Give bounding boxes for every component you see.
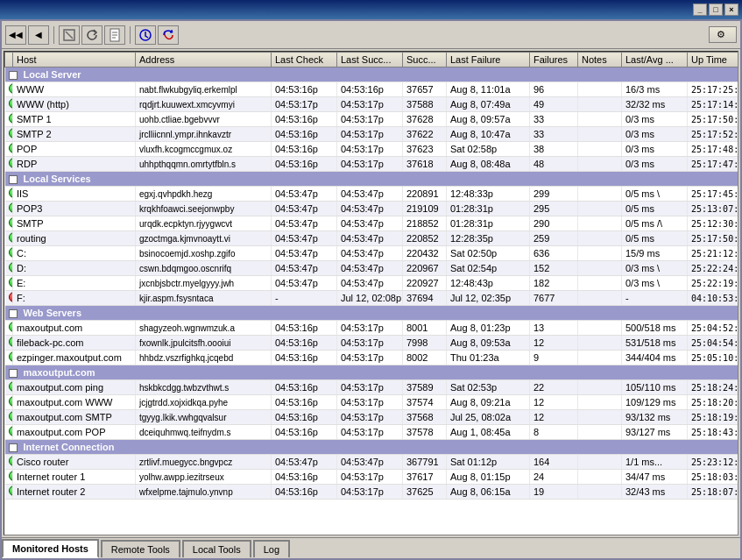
back-button[interactable]: ◀ [28, 25, 49, 45]
col-header-uptime[interactable]: Up Time [688, 53, 738, 67]
col-header-lastavg[interactable]: Last/Avg ... [622, 53, 688, 67]
lastsucc-cell: 04:53:17p [337, 142, 403, 157]
address-cell: jrclliicnnl.ympr.ihnkavztr [136, 127, 272, 142]
table-row[interactable]: maxoutput.com ping hskbkcdgg.twbzvthwt.s… [5, 380, 738, 395]
col-header-notes[interactable]: Notes [578, 53, 622, 67]
lastavg-cell: 15/9 ms [622, 246, 688, 261]
refresh2-button[interactable] [135, 25, 156, 45]
succ-cell: 37568 [403, 410, 447, 425]
notes-cell [578, 246, 622, 261]
lastcheck-cell: - [272, 291, 337, 306]
col-header-address[interactable]: Address [136, 53, 272, 67]
expand-icon[interactable]: - [9, 71, 18, 80]
address-cell: kjir.aspm.fsysntaca [136, 291, 272, 306]
address-cell: vluxfh.kcogmccgmux.oz [136, 142, 272, 157]
table-row[interactable]: RDP uhhpthqqmn.omrtytfbln.s 04:53:16p 04… [5, 157, 738, 172]
table-row[interactable]: SMTP 1 uohb.ctliae.bgebvvvr 04:53:16p 04… [5, 112, 738, 127]
table-row[interactable]: Cisco router zrtlivf.muegycc.bngvpcz 04:… [5, 455, 738, 470]
col-header-host[interactable]: Host [13, 53, 136, 67]
status-cell [5, 276, 13, 291]
lastfail-cell: 01:28:31p [447, 216, 530, 231]
succ-cell: 220432 [403, 246, 447, 261]
lastfail-cell: Jul 12, 02:35p [447, 291, 530, 306]
status-cell [5, 142, 13, 157]
table-row[interactable]: C: bsinocoemjd.xoshp.zgifo 04:53:47p 04:… [5, 246, 738, 261]
minimize-button[interactable]: _ [693, 4, 707, 16]
lastcheck-cell: 04:53:47p [272, 246, 337, 261]
group-row[interactable]: - Internet Connection [5, 440, 738, 455]
tab-monitored-hosts[interactable]: Monitored Hosts [2, 539, 99, 558]
lastcheck-cell: 04:53:16p [272, 321, 337, 336]
configuration-button[interactable]: ⚙ [709, 26, 737, 43]
lastfail-cell: 12:48:33p [447, 187, 530, 202]
table-row[interactable]: routing gzoctmga.kjmvnoaytt.vi 04:53:47p… [5, 231, 738, 246]
uptime-cell: 25:18:03:04 [688, 470, 738, 485]
col-header-lastfail[interactable]: Last Failure [447, 53, 530, 67]
uptime-cell: 25:17:45:20 [688, 187, 738, 202]
table-row[interactable]: maxoutput.com shagyzeoh.wgnwmzuk.a 04:53… [5, 321, 738, 336]
reload-button[interactable] [158, 25, 179, 45]
table-row[interactable]: maxoutput.com SMTP tgyyg.lkik.vwhgqvalsu… [5, 410, 738, 425]
table-row[interactable]: POP vluxfh.kcogmccgmux.oz 04:53:16p 04:5… [5, 142, 738, 157]
notes-cell [578, 82, 622, 97]
status-indicator-green [9, 158, 13, 168]
notes-cell [578, 470, 622, 485]
host-cell: ezpinger.maxoutput.com [13, 351, 136, 365]
group-header: - Local Services [5, 172, 738, 187]
lastfail-cell: Aug 8, 07:49a [447, 97, 530, 112]
group-row[interactable]: - Local Server [5, 67, 738, 82]
table-row[interactable]: POP3 krqkhfoawci.seejonwpby 04:53:47p 04… [5, 202, 738, 216]
table-row[interactable]: maxoutput.com POP dceiquhmwq.teifnydm.s … [5, 425, 738, 440]
close-button[interactable]: × [724, 4, 738, 16]
table-row[interactable]: WWW (http) rqdjrt.kuuwext.xmcyvmyi 04:53… [5, 97, 738, 112]
tab-log[interactable]: Log [253, 540, 290, 557]
notes-cell [578, 276, 622, 291]
disable-button[interactable] [59, 25, 80, 45]
col-header-failures[interactable]: Failures [530, 53, 578, 67]
table-row[interactable]: Internet router 2 wfxelpme.tajmulo.ynvnp… [5, 485, 738, 500]
back-back-button[interactable]: ◀◀ [5, 25, 26, 45]
expand-icon[interactable]: - [9, 369, 18, 378]
table-row[interactable]: SMTP urqdk.ecpktyn.rjyygwcvt 04:53:47p 0… [5, 216, 738, 231]
tab-remote-tools[interactable]: Remote Tools [101, 540, 180, 557]
lastcheck-cell: 04:53:16p [272, 82, 337, 97]
host-cell: maxoutput.com POP [13, 425, 136, 440]
table-row[interactable]: ezpinger.maxoutput.com hhbdz.vszrfighkq.… [5, 351, 738, 365]
lastcheck-cell: 04:53:16p [272, 470, 337, 485]
lastcheck-cell: 04:53:16p [272, 395, 337, 410]
tab-local-tools[interactable]: Local Tools [182, 540, 251, 557]
table-row[interactable]: WWW nabt.flwkubgyliq.erkemlpl 04:53:16p … [5, 82, 738, 97]
lastfail-cell: Sat 01:12p [447, 455, 530, 470]
refresh-button[interactable] [81, 25, 102, 45]
expand-icon[interactable]: - [9, 309, 18, 318]
lastavg-cell: 0/5 ms [622, 231, 688, 246]
col-header-lastcheck[interactable]: Last Check [272, 53, 337, 67]
group-row[interactable]: - Web Servers [5, 306, 738, 321]
expand-icon[interactable]: - [9, 175, 18, 184]
expand-icon[interactable]: - [9, 443, 18, 452]
table-row[interactable]: SMTP 2 jrclliicnnl.ympr.ihnkavztr 04:53:… [5, 127, 738, 142]
succ-cell: 8001 [403, 321, 447, 336]
table-row[interactable]: D: cswn.bdqmgoo.oscnrifq 04:53:47p 04:53… [5, 261, 738, 276]
group-row[interactable]: - Local Services [5, 172, 738, 187]
group-row[interactable]: - maxoutput.com [5, 365, 738, 380]
col-header-succ[interactable]: Succ... [403, 53, 447, 67]
lastsucc-cell: 04:53:17p [337, 112, 403, 127]
table-row[interactable]: F: kjir.aspm.fsysntaca - Jul 12, 02:08p … [5, 291, 738, 306]
failures-cell: 13 [530, 321, 578, 336]
document-button[interactable] [104, 25, 125, 45]
table-row[interactable]: fileback-pc.com fxownlk.jpulcitsfh.oooiu… [5, 336, 738, 351]
table-row[interactable]: E: jxcnbjsbctr.myelgyyy.jwh 04:53:47p 04… [5, 276, 738, 291]
table-row[interactable]: Internet router 1 yolhw.awpp.iezitrseux … [5, 470, 738, 485]
table-row[interactable]: maxoutput.com WWW jcjgtrdd.xojxidkqa.pyh… [5, 395, 738, 410]
toolbar: ◀◀ ◀ ⚙ [2, 21, 740, 49]
status-cell [5, 485, 13, 500]
maximize-button[interactable]: □ [709, 4, 723, 16]
table-row[interactable]: IIS egxj.qvhpdkh.hezg 04:53:47p 04:53:47… [5, 187, 738, 202]
uptime-cell: 25:17:47:10 [688, 157, 738, 172]
lastfail-cell: Sat 02:50p [447, 246, 530, 261]
col-header-lastsucc[interactable]: Last Succ... [337, 53, 403, 67]
address-cell: jcjgtrdd.xojxidkqa.pyhe [136, 395, 272, 410]
lastfail-cell: Sat 02:54p [447, 261, 530, 276]
uptime-cell: 25:22:24:52 [688, 261, 738, 276]
